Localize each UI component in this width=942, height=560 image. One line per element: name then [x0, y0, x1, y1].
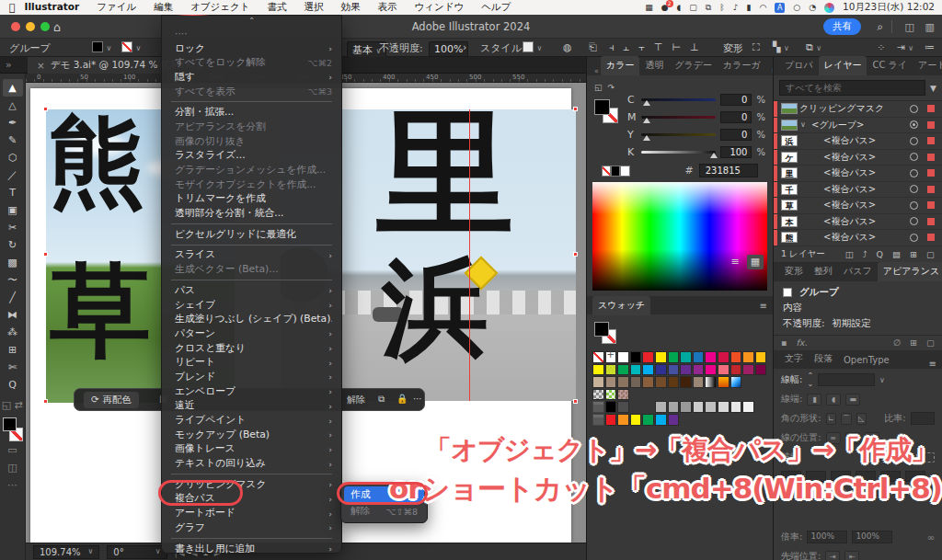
swatch[interactable]	[668, 414, 680, 426]
menu-item-ラスタライズ-[interactable]: ラスタライズ...	[162, 149, 341, 164]
swatch[interactable]	[617, 414, 629, 426]
menubar-item-2[interactable]: 編集	[154, 1, 173, 14]
scissors-tool[interactable]: ✂	[3, 219, 23, 236]
selection-handle[interactable]	[43, 399, 48, 404]
tab-段落[interactable]: 段落	[809, 349, 838, 369]
menu-item-テキストの回り込み[interactable]: テキストの回り込み›	[162, 456, 341, 471]
layer-row[interactable]: 本<複合パス>	[774, 214, 942, 231]
menubar-item-5[interactable]: 選択	[304, 1, 324, 14]
artwork-char-kusa[interactable]: 草	[50, 260, 145, 361]
tab-変形[interactable]: 変形	[779, 262, 809, 281]
layer-row[interactable]: ∨クリッピングマスク	[774, 101, 942, 118]
tab-カラー[interactable]: カラー	[601, 56, 639, 75]
menu-item-生成塗りつぶし-シェイプ-Beta-[interactable]: 生成塗りつぶし (シェイプ) (Beta)...	[162, 312, 341, 326]
swatch[interactable]	[730, 351, 742, 363]
input-source-icon[interactable]: A	[775, 3, 785, 13]
menu-item-ライブペイント[interactable]: ライブペイント›	[162, 413, 341, 428]
swatch[interactable]	[680, 376, 692, 388]
target-circle-icon[interactable]	[910, 169, 918, 177]
swatch[interactable]	[605, 389, 617, 401]
swatch[interactable]	[730, 401, 742, 413]
swatch-group-folder-icon[interactable]	[592, 414, 604, 426]
swatch[interactable]	[718, 376, 729, 388]
panel-menu-icon[interactable]: ≡	[754, 301, 773, 311]
swatch[interactable]	[742, 401, 754, 413]
isolate-select-icon[interactable]: ▚ ∨	[773, 41, 789, 53]
artwork-char-kuma[interactable]: 熊	[48, 113, 140, 211]
layer-row[interactable]: 浜<複合パス>	[774, 133, 942, 150]
menu-item-リピ-ト[interactable]: リピート›	[162, 355, 341, 370]
keyboard-app-icon[interactable]: ▦	[645, 3, 653, 12]
menu-item-パタ-ン[interactable]: パターン›	[162, 326, 341, 341]
new-sublayer-icon[interactable]: ▤	[892, 249, 901, 259]
align-right-icon[interactable]: ⫟	[638, 41, 645, 53]
target-circle-icon[interactable]	[910, 137, 918, 145]
symbol-sprayer-tool[interactable]: ⁂	[3, 324, 23, 341]
swatch[interactable]	[693, 364, 705, 376]
miter-ratio-field[interactable]	[911, 412, 935, 425]
bevel-join-icon[interactable]: ◺	[856, 413, 867, 425]
menu-item-シェイプ[interactable]: シェイプ›	[162, 298, 341, 313]
swatch[interactable]	[655, 376, 667, 388]
shaper-tool[interactable]: 〜	[3, 271, 23, 289]
recolor-button[interactable]: ⟳ 再配色	[84, 392, 139, 408]
release-button[interactable]: 解除	[347, 394, 365, 406]
swatch[interactable]	[705, 351, 717, 363]
channel-value-field[interactable]: 0	[720, 94, 752, 106]
target-circle-icon[interactable]	[910, 185, 918, 193]
target-circle-icon[interactable]	[910, 105, 918, 113]
swatch[interactable]	[680, 401, 692, 413]
locate-object-icon[interactable]: Q	[877, 249, 883, 259]
layer-label[interactable]: <複合パス>	[823, 199, 876, 211]
layer-label[interactable]: <グループ>	[811, 119, 864, 131]
swatch[interactable]	[592, 376, 604, 388]
stroke-weight-field[interactable]	[818, 373, 875, 386]
layer-row[interactable]: ∨<グループ>	[774, 118, 942, 134]
tab-OpenType[interactable]: OpenType	[838, 352, 895, 369]
tab-透明[interactable]: 透明	[639, 56, 669, 75]
transform-label[interactable]: 変形	[723, 41, 743, 55]
workspace-icon[interactable]: ◫	[905, 21, 914, 33]
search-icon[interactable]: ⌕	[877, 20, 883, 33]
artwork-char-sato[interactable]: 里	[376, 109, 509, 242]
paintbrush-tool[interactable]: ／	[3, 166, 23, 184]
swatch[interactable]	[718, 351, 729, 363]
wifi-icon[interactable]: ◠	[759, 3, 766, 12]
slider-thumb[interactable]	[643, 135, 650, 141]
target-circle-icon[interactable]	[910, 217, 918, 225]
bluetooth-icon[interactable]: ᛒ	[719, 3, 724, 12]
selection-handle[interactable]	[573, 399, 578, 404]
menubar-item-9[interactable]: ヘルプ	[481, 1, 511, 14]
menu-scroll-up-icon[interactable]: ⌃	[162, 17, 341, 27]
mini-swatches[interactable]	[602, 166, 630, 177]
collapse-panel-icon[interactable]: «	[592, 67, 601, 75]
fill-stroke-control[interactable]	[3, 417, 23, 441]
blend-tool[interactable]: ⧓	[3, 306, 23, 324]
stroke-color-swatch[interactable]: ∨	[121, 41, 141, 53]
swatch[interactable]	[617, 401, 629, 413]
swatch[interactable]	[592, 351, 604, 363]
swatch[interactable]	[642, 376, 654, 388]
gradient-tool[interactable]: ▩	[3, 254, 23, 271]
menubar-item-7[interactable]: 表示	[378, 1, 397, 14]
align-left-icon[interactable]: ⫞	[609, 41, 615, 53]
slider-thumb[interactable]	[643, 118, 650, 123]
menu-item-ロック[interactable]: ロック›	[162, 41, 341, 56]
layer-label[interactable]: <複合パス>	[823, 215, 876, 228]
color-spectrum[interactable]	[592, 182, 767, 291]
menu-item-透明部分を分割-統合-[interactable]: 透明部分を分割・統合...	[162, 206, 341, 221]
filter-icon[interactable]: ▼	[930, 84, 936, 93]
target-circle-icon[interactable]	[910, 153, 918, 161]
link-icon[interactable]: ∞	[927, 532, 935, 543]
menu-item-分割-拡張-[interactable]: 分割・拡張...	[162, 105, 341, 120]
swatch[interactable]	[705, 364, 717, 376]
tab-プロパ[interactable]: プロパ	[779, 56, 819, 75]
layer-label[interactable]: <複合パス>	[823, 151, 876, 164]
tab-アピアランス[interactable]: アピアランス	[878, 262, 942, 281]
layer-row[interactable]: 熊<複合パス>	[774, 230, 942, 246]
menu-item-トリムマ-クを作成[interactable]: トリムマークを作成	[162, 192, 341, 207]
panel-layout-icon[interactable]: ▥	[925, 21, 935, 33]
swatch[interactable]	[617, 389, 629, 401]
make-release-icon[interactable]: ⤴	[863, 249, 867, 259]
tab-レイヤー[interactable]: レイヤー	[819, 56, 867, 75]
